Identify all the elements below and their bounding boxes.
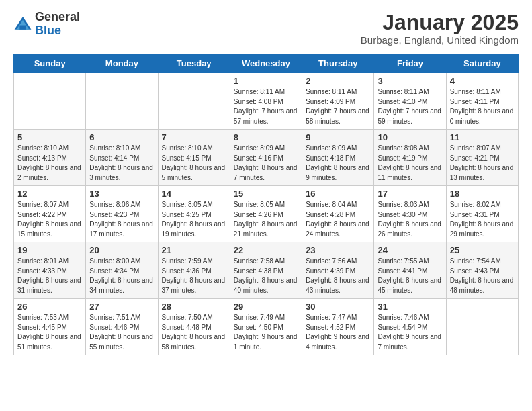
day-info: Sunrise: 8:03 AM Sunset: 4:30 PM Dayligh… [378,200,442,239]
day-number: 31 [378,302,442,312]
day-number: 13 [89,189,154,199]
day-info: Sunrise: 7:53 AM Sunset: 4:45 PM Dayligh… [17,313,82,352]
calendar-cell [158,73,230,130]
calendar-week-row: 5Sunrise: 8:10 AM Sunset: 4:13 PM Daylig… [14,130,519,186]
calendar-cell: 16Sunrise: 8:04 AM Sunset: 4:28 PM Dayli… [302,186,374,242]
day-info: Sunrise: 8:04 AM Sunset: 4:28 PM Dayligh… [306,200,370,239]
calendar-cell: 1Sunrise: 8:11 AM Sunset: 4:08 PM Daylig… [230,73,302,130]
day-info: Sunrise: 8:08 AM Sunset: 4:19 PM Dayligh… [378,144,442,183]
day-info: Sunrise: 8:01 AM Sunset: 4:33 PM Dayligh… [17,257,82,295]
calendar-cell: 12Sunrise: 8:07 AM Sunset: 4:22 PM Dayli… [14,186,86,242]
day-number: 6 [89,132,154,142]
day-number: 7 [162,132,226,142]
day-number: 15 [234,189,298,199]
calendar-cell: 14Sunrise: 8:05 AM Sunset: 4:25 PM Dayli… [158,186,230,242]
day-info: Sunrise: 7:50 AM Sunset: 4:48 PM Dayligh… [162,313,226,352]
calendar-cell: 5Sunrise: 8:10 AM Sunset: 4:13 PM Daylig… [14,130,86,186]
calendar-cell: 24Sunrise: 7:55 AM Sunset: 4:41 PM Dayli… [374,242,446,299]
calendar-week-row: 12Sunrise: 8:07 AM Sunset: 4:22 PM Dayli… [14,186,519,242]
day-info: Sunrise: 7:54 AM Sunset: 4:43 PM Dayligh… [450,257,515,295]
calendar-cell: 20Sunrise: 8:00 AM Sunset: 4:34 PM Dayli… [86,242,158,299]
day-info: Sunrise: 8:07 AM Sunset: 4:22 PM Dayligh… [17,200,82,239]
calendar-cell: 28Sunrise: 7:50 AM Sunset: 4:48 PM Dayli… [158,299,230,355]
day-info: Sunrise: 7:46 AM Sunset: 4:54 PM Dayligh… [378,313,442,352]
title-block: January 2025 Burbage, England, United Ki… [361,11,519,46]
calendar-cell: 6Sunrise: 8:10 AM Sunset: 4:14 PM Daylig… [86,130,158,186]
page: General Blue January 2025 Burbage, Engla… [0,0,532,366]
day-number: 24 [378,245,442,255]
location: Burbage, England, United Kingdom [361,34,519,46]
calendar-cell: 22Sunrise: 7:58 AM Sunset: 4:38 PM Dayli… [230,242,302,299]
month-title: January 2025 [361,11,519,34]
calendar-week-row: 19Sunrise: 8:01 AM Sunset: 4:33 PM Dayli… [14,242,519,299]
day-info: Sunrise: 8:00 AM Sunset: 4:34 PM Dayligh… [89,257,154,295]
day-number: 29 [234,302,298,312]
calendar-cell: 8Sunrise: 8:09 AM Sunset: 4:16 PM Daylig… [230,130,302,186]
day-number: 27 [89,302,154,312]
logo-icon [13,15,32,34]
day-number: 12 [17,189,82,199]
day-info: Sunrise: 8:10 AM Sunset: 4:15 PM Dayligh… [162,144,226,183]
day-number: 16 [306,189,370,199]
logo-text: General Blue [35,11,80,38]
calendar-cell: 23Sunrise: 7:56 AM Sunset: 4:39 PM Dayli… [302,242,374,299]
day-info: Sunrise: 8:06 AM Sunset: 4:23 PM Dayligh… [89,200,154,239]
calendar-cell: 19Sunrise: 8:01 AM Sunset: 4:33 PM Dayli… [14,242,86,299]
day-info: Sunrise: 8:10 AM Sunset: 4:14 PM Dayligh… [89,144,154,183]
day-info: Sunrise: 7:56 AM Sunset: 4:39 PM Dayligh… [306,257,370,295]
day-info: Sunrise: 8:05 AM Sunset: 4:25 PM Dayligh… [162,200,226,239]
day-number: 21 [162,245,226,255]
day-info: Sunrise: 8:11 AM Sunset: 4:09 PM Dayligh… [306,87,370,126]
calendar-cell: 10Sunrise: 8:08 AM Sunset: 4:19 PM Dayli… [374,130,446,186]
day-info: Sunrise: 7:59 AM Sunset: 4:36 PM Dayligh… [162,257,226,295]
day-number: 20 [89,245,154,255]
calendar-cell: 29Sunrise: 7:49 AM Sunset: 4:50 PM Dayli… [230,299,302,355]
calendar-header-row: SundayMondayTuesdayWednesdayThursdayFrid… [14,54,519,73]
calendar-cell: 30Sunrise: 7:47 AM Sunset: 4:52 PM Dayli… [302,299,374,355]
calendar-cell: 25Sunrise: 7:54 AM Sunset: 4:43 PM Dayli… [446,242,518,299]
day-number: 3 [378,76,442,86]
day-info: Sunrise: 8:11 AM Sunset: 4:08 PM Dayligh… [234,87,298,126]
day-info: Sunrise: 7:58 AM Sunset: 4:38 PM Dayligh… [234,257,298,295]
day-info: Sunrise: 7:55 AM Sunset: 4:41 PM Dayligh… [378,257,442,295]
calendar-cell: 13Sunrise: 8:06 AM Sunset: 4:23 PM Dayli… [86,186,158,242]
day-info: Sunrise: 8:02 AM Sunset: 4:31 PM Dayligh… [450,200,515,239]
calendar-cell: 15Sunrise: 8:05 AM Sunset: 4:26 PM Dayli… [230,186,302,242]
day-info: Sunrise: 8:09 AM Sunset: 4:16 PM Dayligh… [234,144,298,183]
calendar-cell: 7Sunrise: 8:10 AM Sunset: 4:15 PM Daylig… [158,130,230,186]
calendar-cell: 26Sunrise: 7:53 AM Sunset: 4:45 PM Dayli… [14,299,86,355]
day-number: 17 [378,189,442,199]
calendar-cell: 2Sunrise: 8:11 AM Sunset: 4:09 PM Daylig… [302,73,374,130]
day-info: Sunrise: 8:11 AM Sunset: 4:11 PM Dayligh… [450,87,515,126]
day-info: Sunrise: 8:09 AM Sunset: 4:18 PM Dayligh… [306,144,370,183]
day-info: Sunrise: 8:11 AM Sunset: 4:10 PM Dayligh… [378,87,442,126]
calendar-cell: 11Sunrise: 8:07 AM Sunset: 4:21 PM Dayli… [446,130,518,186]
day-number: 1 [234,76,298,86]
day-number: 14 [162,189,226,199]
calendar-day-header: Wednesday [230,54,302,73]
day-number: 30 [306,302,370,312]
day-number: 19 [17,245,82,255]
day-info: Sunrise: 8:05 AM Sunset: 4:26 PM Dayligh… [234,200,298,239]
day-number: 9 [306,132,370,142]
day-info: Sunrise: 7:49 AM Sunset: 4:50 PM Dayligh… [234,313,298,352]
calendar-cell [14,73,86,130]
calendar-cell: 18Sunrise: 8:02 AM Sunset: 4:31 PM Dayli… [446,186,518,242]
day-number: 23 [306,245,370,255]
day-number: 5 [17,132,82,142]
day-number: 22 [234,245,298,255]
calendar-cell [446,299,518,355]
calendar-cell: 27Sunrise: 7:51 AM Sunset: 4:46 PM Dayli… [86,299,158,355]
calendar-cell: 17Sunrise: 8:03 AM Sunset: 4:30 PM Dayli… [374,186,446,242]
day-info: Sunrise: 7:47 AM Sunset: 4:52 PM Dayligh… [306,313,370,352]
day-number: 4 [450,76,515,86]
calendar-cell: 21Sunrise: 7:59 AM Sunset: 4:36 PM Dayli… [158,242,230,299]
day-number: 25 [450,245,515,255]
calendar-day-header: Tuesday [158,54,230,73]
day-info: Sunrise: 8:10 AM Sunset: 4:13 PM Dayligh… [17,144,82,183]
day-number: 10 [378,132,442,142]
day-number: 18 [450,189,515,199]
logo: General Blue [13,11,80,38]
calendar-week-row: 26Sunrise: 7:53 AM Sunset: 4:45 PM Dayli… [14,299,519,355]
logo-blue-text: Blue [35,24,80,38]
